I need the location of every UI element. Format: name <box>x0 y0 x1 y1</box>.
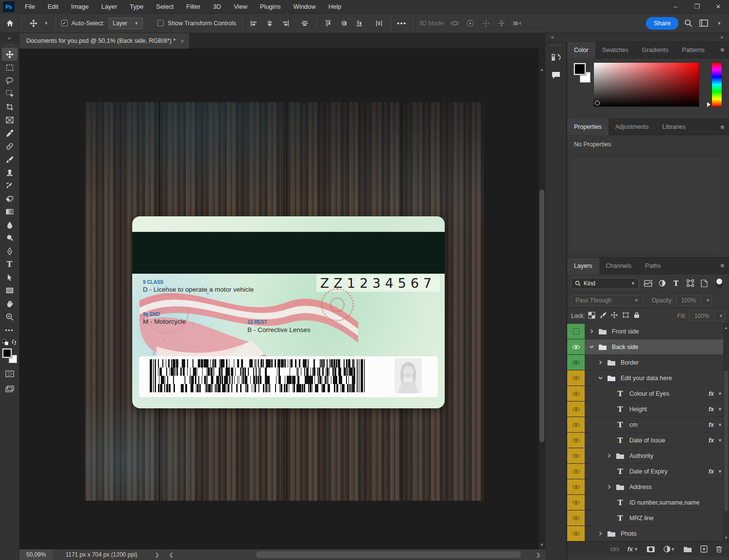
healing-brush-tool[interactable] <box>2 140 17 153</box>
menu-edit[interactable]: Edit <box>41 0 65 14</box>
eye-icon[interactable] <box>572 484 580 490</box>
toolbar-grip[interactable]: •••••• <box>4 43 15 48</box>
layer-row-back-side[interactable]: Back side <box>567 339 729 355</box>
strip-grip[interactable]: •••••••• <box>549 43 563 48</box>
new-layer-icon[interactable] <box>700 545 708 553</box>
chevron-down-icon[interactable] <box>597 376 603 380</box>
tab-channels[interactable]: Channels <box>599 258 639 274</box>
menu-file[interactable]: File <box>18 0 41 14</box>
layer-row-colour-of-eyes[interactable]: T Colour of Eyes fx▼ <box>567 386 729 402</box>
visibility-well[interactable] <box>567 479 585 494</box>
blend-mode-dropdown[interactable]: Pass Through▼ <box>571 295 643 306</box>
eye-icon[interactable] <box>572 375 580 381</box>
filter-shape-layers-icon[interactable] <box>685 278 695 289</box>
menu-window[interactable]: Window <box>287 0 322 14</box>
list-scroll-down-icon[interactable]: ▼ <box>724 535 729 541</box>
visibility-well[interactable] <box>567 510 585 525</box>
distribute-v-icon[interactable] <box>373 18 385 29</box>
menu-3d[interactable]: 3D <box>207 0 227 14</box>
type-tool[interactable]: T <box>2 258 17 271</box>
eye-icon[interactable] <box>572 391 580 397</box>
canvas-horizontal-scrollbar[interactable] <box>178 549 531 560</box>
menu-select[interactable]: Select <box>150 0 180 14</box>
fx-chevron-icon[interactable]: ▼ <box>718 438 722 443</box>
eye-icon[interactable] <box>572 344 580 350</box>
eye-icon[interactable] <box>572 360 580 366</box>
expand-panels-icon[interactable]: » <box>720 35 723 40</box>
list-scroll-up-icon[interactable]: ▲ <box>724 325 729 331</box>
filter-adjustment-layers-icon[interactable] <box>657 278 667 289</box>
eye-icon[interactable] <box>572 453 580 459</box>
fx-badge[interactable]: fx <box>709 406 714 413</box>
menu-filter[interactable]: Filter <box>180 0 207 14</box>
align-center-v-icon[interactable] <box>299 18 311 29</box>
menu-image[interactable]: Image <box>65 0 95 14</box>
chevron-right-icon[interactable] <box>589 329 594 333</box>
tab-paths[interactable]: Paths <box>638 258 667 274</box>
license-card-back[interactable]: ★ ★ ★ ★ ★ ★ ★ ★ ZZ1234567 <box>132 216 445 408</box>
lock-transparency-icon[interactable] <box>588 312 595 320</box>
align-top-icon[interactable] <box>323 18 334 29</box>
tab-adjustments[interactable]: Adjustments <box>608 119 656 135</box>
scroll-down-icon[interactable]: ▼ <box>538 542 545 548</box>
share-button[interactable]: Share <box>646 17 678 30</box>
pen-tool[interactable] <box>2 245 17 258</box>
chevron-right-icon[interactable] <box>606 485 612 489</box>
workspace-chevron-icon[interactable]: ▼ <box>713 18 725 29</box>
new-group-icon[interactable] <box>683 546 692 552</box>
tab-gradients[interactable]: Gradients <box>635 42 675 58</box>
eye-icon[interactable] <box>572 515 580 521</box>
layers-panel-menu-icon[interactable]: ≡ <box>720 262 724 269</box>
hscroll-right-icon[interactable]: ❯ <box>531 552 545 558</box>
canvas-vertical-scrollbar[interactable]: ▲ ▼ <box>538 49 545 549</box>
hue-marker[interactable] <box>707 102 711 107</box>
layer-list-scrollbar[interactable]: ▲ ▼ <box>723 324 729 542</box>
fx-chevron-icon[interactable]: ▼ <box>718 407 722 412</box>
frame-tool[interactable] <box>2 113 17 126</box>
zoom-tool[interactable] <box>2 310 17 323</box>
blur-tool[interactable] <box>2 218 17 231</box>
fx-badge[interactable]: fx <box>709 468 714 475</box>
document-tab[interactable]: Documents for you.psd @ 50,1% (Back side… <box>19 33 189 49</box>
collapse-panels-icon[interactable]: « <box>551 35 554 40</box>
properties-panel-menu-icon[interactable]: ≡ <box>720 123 724 131</box>
align-left-icon[interactable] <box>248 18 260 29</box>
eye-icon[interactable] <box>572 500 580 506</box>
fx-badge[interactable]: fx <box>709 421 714 428</box>
default-colors-icon[interactable] <box>2 339 8 347</box>
lock-pixels-icon[interactable] <box>600 312 607 320</box>
filter-smart-objects-icon[interactable] <box>699 278 710 289</box>
fill-value[interactable]: 100% <box>689 311 714 321</box>
visibility-well[interactable] <box>567 495 585 510</box>
chevron-right-icon[interactable] <box>597 531 603 536</box>
zoom-level[interactable]: 50,09% <box>19 549 53 560</box>
eye-icon[interactable] <box>572 422 580 428</box>
eye-icon[interactable] <box>572 438 580 443</box>
more-options-icon[interactable]: ••• <box>397 19 407 27</box>
list-scroll-thumb[interactable] <box>724 370 728 511</box>
tab-properties[interactable]: Properties <box>567 119 608 135</box>
screen-mode-icon[interactable] <box>2 382 17 395</box>
visibility-well[interactable] <box>567 526 585 541</box>
clone-stamp-tool[interactable] <box>2 166 17 179</box>
restore-button[interactable]: ❐ <box>686 0 708 14</box>
eraser-tool[interactable] <box>2 192 17 205</box>
workspace-icon[interactable] <box>698 18 710 29</box>
fx-chevron-icon[interactable]: ▼ <box>718 391 722 396</box>
lock-position-icon[interactable] <box>611 312 618 320</box>
layer-row-edit-your-data-here[interactable]: Edit your data here <box>567 370 729 386</box>
layer-row-photo[interactable]: Photo <box>567 526 729 542</box>
tab-libraries[interactable]: Libraries <box>656 119 693 135</box>
tab-layers[interactable]: Layers <box>567 258 599 274</box>
hand-tool[interactable] <box>2 297 17 310</box>
gradient-tool[interactable] <box>2 205 17 218</box>
fx-chevron-icon[interactable]: ▼ <box>718 422 722 427</box>
auto-select-checkbox[interactable]: ✓ <box>61 20 68 26</box>
move-tool[interactable] <box>2 48 17 61</box>
show-transform-checkbox[interactable] <box>157 20 164 26</box>
canvas-area[interactable]: ★ ★ ★ ★ ★ ★ ★ ★ ZZ1234567 <box>19 49 538 549</box>
lock-all-icon[interactable] <box>634 312 640 320</box>
distribute-h-icon[interactable] <box>338 18 350 29</box>
chevron-right-icon[interactable] <box>597 360 603 365</box>
foreground-color-swatch[interactable] <box>2 349 12 358</box>
